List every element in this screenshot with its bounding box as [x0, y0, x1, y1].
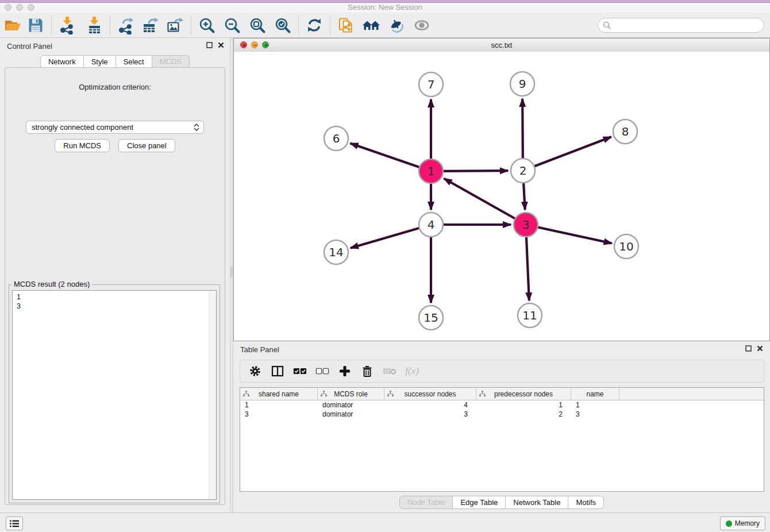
select-all-button[interactable]: [293, 364, 307, 378]
close-panel-icon[interactable]: [757, 345, 763, 352]
network-canvas[interactable]: 7968124314101511: [234, 52, 769, 341]
cell-predecessor-nodes[interactable]: 2: [476, 410, 571, 419]
zoom-in-button[interactable]: [195, 14, 218, 37]
export-network-button[interactable]: [114, 14, 137, 37]
show-columns-button[interactable]: [271, 364, 284, 378]
houses-icon: [361, 17, 381, 34]
float-panel-icon[interactable]: [206, 42, 213, 48]
tab-mcds[interactable]: MCDS: [152, 55, 190, 68]
new-network-from-selection-button[interactable]: [334, 14, 357, 37]
graph-node-3[interactable]: 3: [514, 213, 538, 237]
node-label: 10: [619, 240, 633, 253]
toolbar-separator: [330, 16, 330, 35]
graph-node-11[interactable]: 11: [518, 303, 542, 327]
graph-node-15[interactable]: 15: [419, 306, 443, 330]
column-header-name[interactable]: name: [571, 388, 619, 400]
toolbar-separator: [51, 16, 52, 35]
network-window-titlebar[interactable]: scc.txt: [234, 38, 769, 52]
result-scrollbar[interactable]: [209, 291, 216, 499]
graph-node-9[interactable]: 9: [510, 72, 534, 96]
control-panel: Control Panel NetworkStyleSelectMCDS Opt…: [0, 38, 230, 512]
refresh-button[interactable]: [303, 14, 326, 37]
table-header-row: shared nameMCDS rolesuccessor nodesprede…: [240, 388, 764, 400]
export-image-button[interactable]: [164, 14, 187, 37]
function-builder-button[interactable]: f(x): [405, 364, 419, 378]
open-session-button[interactable]: [1, 14, 24, 37]
tab-motifs[interactable]: Motifs: [568, 496, 604, 509]
cell-shared-name[interactable]: 3: [240, 410, 318, 419]
graph-node-10[interactable]: 10: [614, 234, 638, 259]
cell-successor-nodes[interactable]: 4: [384, 400, 476, 410]
eye-slash-icon: [387, 16, 406, 34]
tab-network[interactable]: Network: [40, 55, 84, 68]
import-network-button[interactable]: [56, 14, 79, 37]
float-panel-icon[interactable]: [745, 345, 752, 352]
home-layout-button[interactable]: [360, 14, 383, 37]
column-header-MCDS-role[interactable]: MCDS role: [318, 388, 384, 400]
column-label: name: [586, 390, 603, 398]
close-panel-button[interactable]: Close panel: [118, 139, 175, 152]
graph-node-4[interactable]: 4: [419, 213, 443, 237]
close-panel-icon[interactable]: [218, 42, 224, 48]
graph-node-7[interactable]: 7: [419, 72, 443, 97]
tab-node-table[interactable]: Node Table: [399, 496, 453, 509]
edge-3-1[interactable]: [444, 179, 526, 225]
show-graphics-details-button[interactable]: [410, 14, 433, 37]
graph-node-1[interactable]: 1: [419, 159, 443, 183]
export-table-icon: [141, 16, 160, 34]
column-header-successor-nodes[interactable]: successor nodes: [384, 388, 476, 400]
zoom-fit-button[interactable]: [246, 14, 269, 37]
table-row[interactable]: 3dominator323: [240, 410, 764, 419]
memory-button[interactable]: Memory: [720, 516, 765, 530]
task-history-button[interactable]: [6, 516, 23, 530]
column-header-predecessor-nodes[interactable]: predecessor nodes: [476, 388, 571, 400]
export-image-icon: [166, 16, 184, 34]
cell-predecessor-nodes[interactable]: 1: [476, 400, 571, 410]
import-table-button[interactable]: [83, 14, 106, 37]
graph-node-2[interactable]: 2: [511, 159, 535, 183]
delete-row-button[interactable]: [360, 364, 374, 378]
mcds-result-box[interactable]: 13: [12, 290, 217, 500]
zoom-selected-button[interactable]: [271, 14, 294, 37]
column-header-shared-name[interactable]: shared name: [240, 388, 318, 400]
graph-node-14[interactable]: 14: [324, 240, 348, 264]
hide-graphics-details-button[interactable]: [385, 14, 408, 37]
node-label: 7: [428, 78, 435, 91]
save-session-button[interactable]: [24, 14, 47, 37]
list-icon: [10, 520, 19, 527]
cell-name[interactable]: 3: [571, 410, 619, 419]
zoom-out-icon: [224, 17, 241, 34]
mcds-result-title: MCDS result (2 nodes): [11, 280, 92, 288]
run-mcds-button[interactable]: Run MCDS: [55, 139, 110, 152]
delete-table-button[interactable]: [383, 364, 396, 378]
splitter-grip[interactable]: [230, 267, 233, 277]
add-row-button[interactable]: [338, 364, 352, 378]
mcds-result-group: MCDS result (2 nodes) 13: [9, 284, 220, 503]
cell-MCDS-role[interactable]: dominator: [318, 410, 384, 419]
cell-name[interactable]: 1: [571, 400, 619, 410]
table-settings-button[interactable]: [248, 364, 262, 378]
tab-select[interactable]: Select: [116, 55, 152, 68]
deselect-all-button[interactable]: [315, 364, 329, 378]
cell-shared-name[interactable]: 1: [240, 400, 318, 410]
tab-network-table[interactable]: Network Table: [506, 496, 568, 509]
export-network-icon: [117, 16, 135, 34]
zoom-out-button[interactable]: [221, 14, 244, 37]
tab-edge-table[interactable]: Edge Table: [453, 496, 506, 509]
control-panel-title: Control Panel: [7, 42, 52, 51]
cell-successor-nodes[interactable]: 3: [384, 410, 476, 419]
cell-MCDS-role[interactable]: dominator: [318, 400, 384, 410]
criterion-dropdown[interactable]: strongly connected component: [26, 121, 204, 134]
edge-1-6[interactable]: [351, 143, 431, 171]
search-input[interactable]: [614, 21, 758, 30]
edge-3-10[interactable]: [526, 225, 612, 243]
table-row[interactable]: 1dominator411: [240, 400, 764, 410]
edge-2-8[interactable]: [523, 137, 611, 171]
column-label: MCDS role: [334, 390, 368, 398]
graph-node-6[interactable]: 6: [324, 126, 348, 151]
memory-status-dot: [726, 521, 732, 527]
export-table-button[interactable]: [139, 14, 162, 37]
gear-icon: [249, 365, 261, 377]
graph-node-8[interactable]: 8: [613, 119, 637, 144]
tab-style[interactable]: Style: [84, 55, 116, 68]
